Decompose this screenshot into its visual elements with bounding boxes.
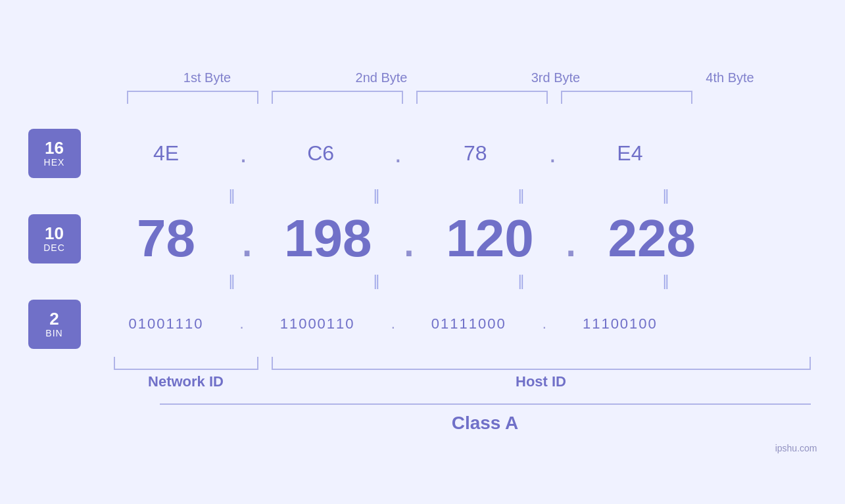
- hex-badge: 16 HEX: [28, 129, 81, 178]
- eq1-b2: ‖: [311, 187, 443, 204]
- hex-b2: C6: [255, 141, 387, 166]
- bin-dot2: .: [391, 315, 395, 332]
- hex-b3: 78: [410, 141, 541, 166]
- host-id-label: Host ID: [272, 373, 811, 390]
- class-line: [160, 403, 811, 405]
- hex-b4: E4: [564, 141, 696, 166]
- dec-b1: 78: [101, 208, 232, 269]
- class-label: Class A: [452, 413, 519, 434]
- eq1-b4: ‖: [600, 187, 732, 204]
- byte2-bracket: [272, 91, 403, 104]
- eq1-b1: ‖: [166, 187, 298, 204]
- host-id-bracket: [272, 357, 811, 370]
- hex-dot1: .: [240, 139, 247, 168]
- hex-dot3: .: [549, 139, 556, 168]
- network-id-bracket: [114, 357, 258, 370]
- eq2-b4: ‖: [600, 273, 732, 290]
- dec-badge-label: DEC: [43, 242, 65, 253]
- hex-dot2: .: [395, 139, 402, 168]
- bin-badge-num: 2: [49, 309, 59, 329]
- bin-b3: 01111000: [403, 315, 535, 332]
- byte3-header: 3rd Byte: [490, 70, 621, 85]
- bin-badge-label: BIN: [45, 328, 62, 338]
- bin-b4: 11100100: [554, 315, 686, 332]
- dec-dot1: .: [240, 208, 254, 269]
- eq1-b3: ‖: [456, 187, 587, 204]
- hex-badge-num: 16: [45, 139, 64, 158]
- byte3-bracket: [416, 91, 548, 104]
- bin-b2: 11000110: [252, 315, 383, 332]
- dec-badge-num: 10: [45, 224, 64, 243]
- dec-b4: 228: [586, 208, 717, 269]
- byte1-header: 1st Byte: [141, 70, 273, 85]
- byte4-bracket: [561, 91, 692, 104]
- eq2-b2: ‖: [311, 273, 443, 290]
- dec-b2: 198: [262, 208, 394, 269]
- bin-dot3: .: [543, 315, 546, 332]
- network-id-label: Network ID: [114, 373, 258, 390]
- eq2-b1: ‖: [166, 273, 298, 290]
- byte1-bracket: [127, 91, 258, 104]
- watermark: ipshu.com: [775, 443, 817, 453]
- hex-badge-label: HEX: [44, 157, 65, 168]
- bin-b1: 01001110: [101, 315, 232, 332]
- bin-badge: 2 BIN: [28, 300, 81, 349]
- byte2-header: 2nd Byte: [316, 70, 447, 85]
- byte4-header: 4th Byte: [664, 70, 796, 85]
- dec-dot3: .: [564, 208, 578, 269]
- dec-b3: 120: [424, 208, 556, 269]
- eq2-b3: ‖: [456, 273, 587, 290]
- dec-badge: 10 DEC: [28, 214, 81, 263]
- hex-b1: 4E: [101, 141, 232, 166]
- bin-dot1: .: [240, 315, 244, 332]
- dec-dot2: .: [402, 208, 416, 269]
